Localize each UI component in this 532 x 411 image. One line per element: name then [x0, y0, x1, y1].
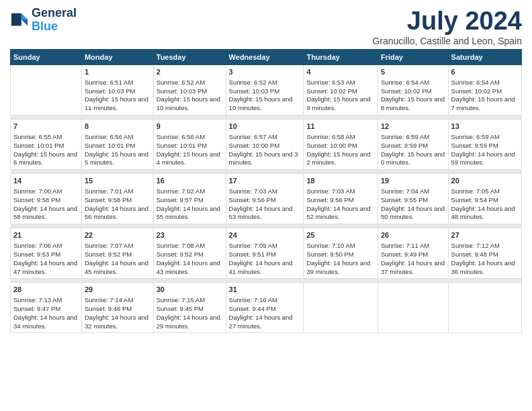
col-monday: Monday	[81, 50, 153, 65]
day-number: 26	[381, 230, 445, 240]
daylight: Daylight: 15 hours and 6 minutes.	[13, 150, 77, 167]
week-row-5: 28Sunrise: 7:13 AMSunset: 9:47 PMDayligh…	[11, 283, 522, 333]
sunset: Sunset: 9:52 PM	[157, 250, 204, 258]
day-number: 16	[157, 176, 223, 186]
daylight: Daylight: 14 hours and 48 minutes.	[451, 205, 515, 221]
calendar-header: Sunday Monday Tuesday Wednesday Thursday…	[11, 50, 522, 65]
sunset: Sunset: 9:55 PM	[381, 196, 428, 203]
sunset: Sunset: 10:02 PM	[451, 87, 502, 95]
daylight: Daylight: 15 hours and 5 minutes.	[85, 150, 148, 167]
logo-line2: Blue	[32, 19, 58, 33]
sunset: Sunset: 9:57 PM	[157, 196, 204, 203]
day-number: 23	[157, 230, 223, 240]
day-cell: 26Sunrise: 7:11 AMSunset: 9:49 PMDayligh…	[378, 228, 448, 279]
sunrise: Sunrise: 7:13 AM	[13, 296, 62, 304]
title-block: July 2024 Granucillo, Castille and Leon,…	[372, 7, 522, 46]
sunrise: Sunrise: 7:09 AM	[229, 242, 277, 249]
day-cell: 17Sunrise: 7:03 AMSunset: 9:56 PMDayligh…	[226, 174, 304, 224]
sunset: Sunset: 9:58 PM	[85, 196, 132, 203]
day-number: 21	[13, 230, 79, 240]
daylight: Daylight: 14 hours and 50 minutes.	[381, 205, 445, 221]
daylight: Daylight: 15 hours and 11 minutes.	[85, 95, 148, 111]
subtitle: Granucillo, Castille and Leon, Spain	[372, 36, 522, 46]
sunrise: Sunrise: 7:06 AM	[13, 242, 62, 249]
sunrise: Sunrise: 7:15 AM	[157, 296, 205, 304]
header-row: Sunday Monday Tuesday Wednesday Thursday…	[11, 50, 522, 65]
day-cell: 20Sunrise: 7:05 AMSunset: 9:54 PMDayligh…	[448, 174, 521, 224]
col-wednesday: Wednesday	[226, 50, 304, 65]
day-cell: 9Sunrise: 6:56 AMSunset: 10:01 PMDayligh…	[153, 120, 226, 170]
logo-text: General Blue	[32, 7, 77, 34]
calendar-table: Sunday Monday Tuesday Wednesday Thursday…	[10, 49, 522, 333]
day-number: 5	[381, 67, 445, 77]
sunrise: Sunrise: 7:12 AM	[451, 242, 500, 249]
daylight: Daylight: 15 hours and 2 minutes.	[306, 150, 370, 167]
daylight: Daylight: 14 hours and 47 minutes.	[13, 259, 77, 275]
sunset: Sunset: 9:59 PM	[451, 142, 498, 149]
sunrise: Sunrise: 7:04 AM	[381, 187, 429, 195]
sunrise: Sunrise: 6:51 AM	[85, 79, 133, 86]
sunrise: Sunrise: 7:10 AM	[306, 242, 355, 249]
daylight: Daylight: 15 hours and 8 minutes.	[381, 95, 445, 111]
daylight: Daylight: 14 hours and 43 minutes.	[157, 259, 220, 275]
sunset: Sunset: 9:46 PM	[85, 305, 132, 312]
sunrise: Sunrise: 6:54 AM	[381, 79, 429, 86]
day-number: 25	[306, 230, 375, 240]
daylight: Daylight: 15 hours and 0 minutes.	[381, 150, 445, 167]
svg-marker-1	[21, 19, 28, 26]
col-friday: Friday	[378, 50, 448, 65]
sunset: Sunset: 10:00 PM	[306, 142, 357, 149]
sunrise: Sunrise: 6:52 AM	[229, 79, 277, 86]
day-cell: 14Sunrise: 7:00 AMSunset: 9:58 PMDayligh…	[11, 174, 82, 224]
daylight: Daylight: 15 hours and 7 minutes.	[451, 95, 515, 111]
day-number: 15	[85, 176, 150, 186]
daylight: Daylight: 14 hours and 53 minutes.	[229, 205, 293, 221]
sunset: Sunset: 10:01 PM	[85, 142, 136, 149]
day-number: 13	[451, 122, 519, 132]
week-row-4: 21Sunrise: 7:06 AMSunset: 9:53 PMDayligh…	[11, 228, 522, 279]
day-cell: 10Sunrise: 6:57 AMSunset: 10:00 PMDaylig…	[226, 120, 304, 170]
day-cell: 2Sunrise: 6:52 AMSunset: 10:03 PMDayligh…	[153, 65, 226, 116]
sunrise: Sunrise: 7:16 AM	[229, 296, 277, 304]
day-cell: 27Sunrise: 7:12 AMSunset: 9:48 PMDayligh…	[448, 228, 521, 279]
sunrise: Sunrise: 6:54 AM	[451, 79, 500, 86]
day-cell: 6Sunrise: 6:54 AMSunset: 10:02 PMDayligh…	[448, 65, 521, 116]
day-cell	[378, 283, 448, 333]
sunset: Sunset: 9:56 PM	[229, 196, 276, 203]
week-row-1: 1Sunrise: 6:51 AMSunset: 10:03 PMDayligh…	[11, 65, 522, 116]
sunrise: Sunrise: 6:56 AM	[85, 133, 133, 140]
day-number: 11	[306, 122, 375, 132]
week-row-3: 14Sunrise: 7:00 AMSunset: 9:58 PMDayligh…	[11, 174, 522, 224]
day-cell: 25Sunrise: 7:10 AMSunset: 9:50 PMDayligh…	[304, 228, 378, 279]
day-number: 8	[85, 122, 150, 132]
daylight: Daylight: 15 hours and 10 minutes.	[157, 95, 220, 111]
sunrise: Sunrise: 7:03 AM	[306, 187, 355, 195]
sunset: Sunset: 10:02 PM	[381, 87, 432, 95]
sunset: Sunset: 9:48 PM	[451, 250, 498, 258]
day-number: 10	[229, 122, 301, 132]
sunrise: Sunrise: 7:11 AM	[381, 242, 429, 249]
day-cell: 29Sunrise: 7:14 AMSunset: 9:46 PMDayligh…	[81, 283, 153, 333]
day-cell: 31Sunrise: 7:16 AMSunset: 9:44 PMDayligh…	[226, 283, 304, 333]
daylight: Daylight: 14 hours and 55 minutes.	[157, 205, 220, 221]
calendar-body: 1Sunrise: 6:51 AMSunset: 10:03 PMDayligh…	[11, 65, 522, 333]
sunrise: Sunrise: 7:08 AM	[157, 242, 205, 249]
col-tuesday: Tuesday	[153, 50, 226, 65]
day-number: 9	[157, 122, 223, 132]
day-number: 27	[451, 230, 519, 240]
sunrise: Sunrise: 6:52 AM	[157, 79, 205, 86]
sunset: Sunset: 9:45 PM	[157, 305, 204, 312]
daylight: Daylight: 14 hours and 52 minutes.	[306, 205, 370, 221]
day-cell: 15Sunrise: 7:01 AMSunset: 9:58 PMDayligh…	[81, 174, 153, 224]
logo: General Blue	[10, 7, 77, 34]
svg-marker-0	[21, 13, 28, 19]
sunset: Sunset: 9:53 PM	[13, 250, 60, 258]
sunrise: Sunrise: 6:56 AM	[157, 133, 205, 140]
day-number: 7	[13, 122, 79, 132]
sunset: Sunset: 9:51 PM	[229, 250, 276, 258]
day-cell: 16Sunrise: 7:02 AMSunset: 9:57 PMDayligh…	[153, 174, 226, 224]
sunrise: Sunrise: 7:02 AM	[157, 187, 205, 195]
week-row-2: 7Sunrise: 6:55 AMSunset: 10:01 PMDayligh…	[11, 120, 522, 170]
day-number: 14	[13, 176, 79, 186]
sunrise: Sunrise: 6:55 AM	[13, 133, 62, 140]
